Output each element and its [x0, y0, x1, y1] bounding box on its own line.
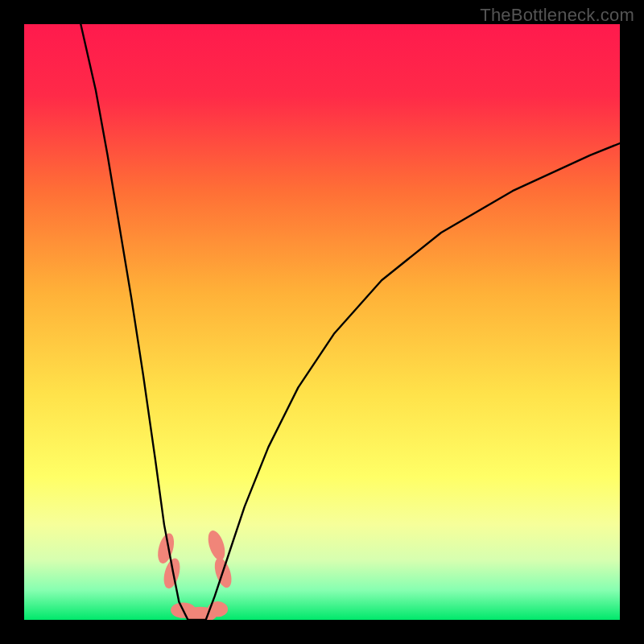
- gradient-background: [24, 24, 620, 620]
- chart-svg: [24, 24, 620, 620]
- chart-frame: TheBottleneck.com: [0, 0, 644, 644]
- plot-area: [24, 24, 620, 620]
- watermark-text: TheBottleneck.com: [480, 5, 634, 26]
